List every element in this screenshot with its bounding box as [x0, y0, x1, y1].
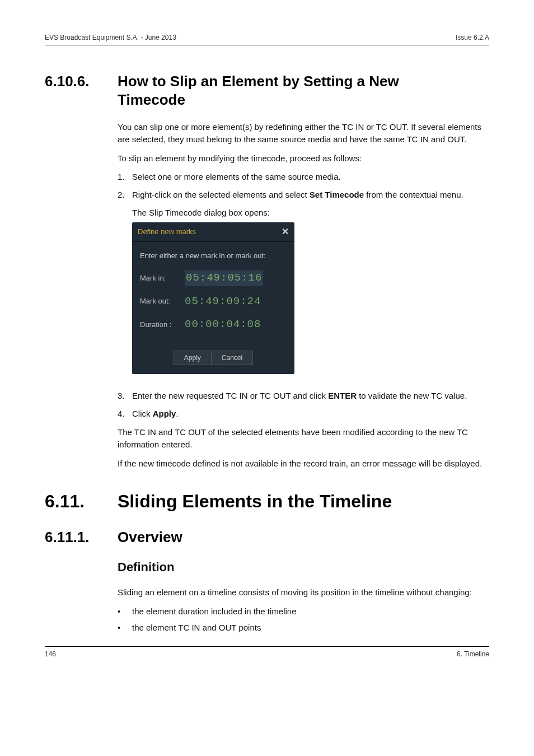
intro-paragraph: You can slip one or more element(s) by r… [118, 121, 489, 146]
step-1-number: 1. [118, 171, 132, 183]
bullet-dot: • [118, 605, 132, 618]
step-1-text: Select one or more elements of the same … [132, 171, 489, 183]
step-3-bold: ENTER [328, 391, 357, 400]
definition-heading: Definition [118, 558, 489, 576]
result-paragraph-2: If the new timecode defined is not avail… [118, 458, 489, 470]
step-4-bold: Apply [153, 409, 176, 418]
step-3-number: 3. [118, 390, 132, 402]
step-4-text-c: . [176, 409, 178, 418]
mark-in-field[interactable]: 05:49:05:16 [185, 270, 263, 286]
page-number: 146 [45, 650, 56, 658]
mark-out-field[interactable]: 05:49:09:24 [185, 294, 261, 310]
section-number-6-10-6: 6.10.6. [45, 72, 118, 109]
step-4-text-a: Click [132, 409, 153, 418]
step-4-number: 4. [118, 408, 132, 420]
title-line-2: Timecode [118, 91, 185, 108]
dialog-prompt: Enter either a new mark in or mark out: [140, 251, 287, 262]
definition-paragraph: Sliding an element on a timeline consist… [118, 586, 489, 599]
step-3-text-a: Enter the new requested TC IN or TC OUT … [132, 391, 328, 400]
section-number-6-11: 6.11. [45, 490, 118, 512]
step-2-text-a: Right-click on the selected elements and… [132, 190, 310, 199]
bullet-2-text: the element TC IN and OUT points [132, 622, 261, 634]
duration-field: 00:00:04:08 [185, 317, 261, 333]
procedure-lead: To slip an element by modifying the time… [118, 152, 489, 165]
section-title-6-11: Sliding Elements in the Timeline [118, 490, 489, 512]
step-2: 2. Right-click on the selected elements … [118, 189, 489, 384]
slip-timecode-dialog: Define new marks ✕ Enter either a new ma… [132, 222, 294, 374]
step-2-text-c: from the contextual menu. [364, 190, 463, 199]
header-left: EVS Broadcast Equipment S.A. - June 2013 [45, 34, 176, 41]
mark-out-label: Mark out: [140, 296, 185, 307]
footer-section: 6. Timeline [457, 650, 489, 658]
step-2-bold: Set Timecode [310, 190, 364, 199]
duration-label: Duration : [140, 320, 185, 330]
header-rule [45, 45, 489, 45]
step-3: 3. Enter the new requested TC IN or TC O… [118, 390, 489, 402]
footer-rule [45, 646, 489, 647]
mark-in-label: Mark in: [140, 273, 185, 284]
step-3-text-c: to validate the new TC value. [357, 391, 467, 400]
cancel-button[interactable]: Cancel [212, 351, 253, 365]
bullet-1: • the element duration included in the t… [118, 605, 489, 618]
title-line-1: How to Slip an Element by Setting a New [118, 73, 399, 90]
close-icon[interactable]: ✕ [282, 227, 289, 236]
bullet-dot: • [118, 622, 132, 634]
result-paragraph-1: The TC IN and TC OUT of the selected ele… [118, 426, 489, 451]
apply-button[interactable]: Apply [174, 351, 212, 365]
bullet-1-text: the element duration included in the tim… [132, 605, 297, 618]
section-title-6-11-1: Overview [118, 528, 489, 547]
step-1: 1. Select one or more elements of the sa… [118, 171, 489, 183]
dialog-title: Define new marks [138, 227, 196, 237]
header-right: Issue 6.2.A [456, 34, 489, 41]
step-2-number: 2. [118, 189, 132, 384]
section-number-6-11-1: 6.11.1. [45, 528, 118, 547]
step-4: 4. Click Apply. [118, 408, 489, 420]
step-2-sub: The Slip Timecode dialog box opens: [132, 207, 489, 219]
dialog-titlebar: Define new marks ✕ [132, 222, 294, 242]
section-title-6-10-6: How to Slip an Element by Setting a New … [118, 72, 489, 109]
bullet-2: • the element TC IN and OUT points [118, 622, 489, 634]
